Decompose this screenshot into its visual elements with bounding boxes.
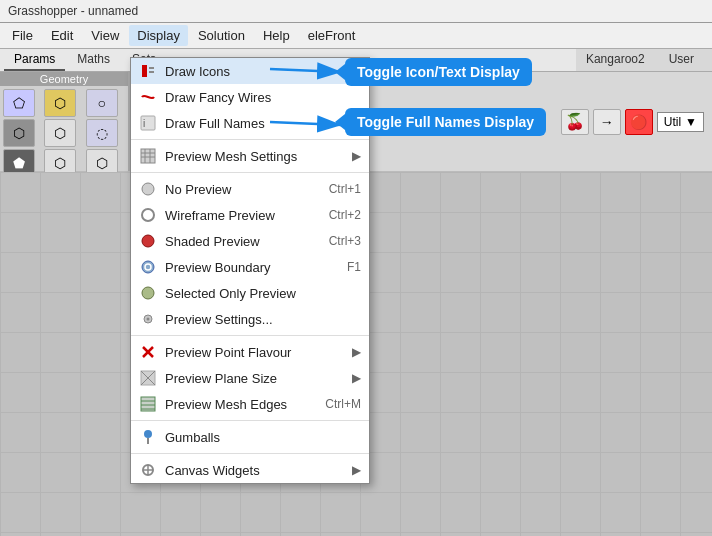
menu-display[interactable]: Display (129, 25, 188, 46)
util-chevron: ▼ (685, 115, 697, 129)
draw-fancy-wires-label: Draw Fancy Wires (165, 90, 361, 105)
preview-plane-size-arrow: ▶ (352, 371, 361, 385)
util-label: Util (664, 115, 681, 129)
svg-point-17 (147, 318, 150, 321)
menu-help[interactable]: Help (255, 25, 298, 46)
svg-text:i: i (143, 118, 145, 129)
preview-mesh-settings-icon (139, 147, 157, 165)
menu-draw-icons[interactable]: Draw Icons (131, 58, 369, 84)
canvas-widgets-icon (139, 461, 157, 479)
svg-point-15 (142, 287, 154, 299)
menu-preview-boundary[interactable]: Preview Boundary F1 (131, 254, 369, 280)
tab-kangaroo2[interactable]: Kangaroo2 (576, 49, 655, 71)
svg-point-27 (144, 430, 152, 438)
svg-rect-1 (149, 67, 154, 69)
toolbar-cherry-icon[interactable]: 🍒 (561, 109, 589, 135)
preview-point-flavour-icon (139, 343, 157, 361)
callout-names: Toggle Full Names Display (345, 108, 546, 136)
preview-mesh-settings-label: Preview Mesh Settings (165, 149, 344, 164)
draw-icons-icon (139, 62, 157, 80)
gh-icon-1[interactable]: ⬠ (3, 89, 35, 117)
menu-wireframe-preview[interactable]: Wireframe Preview Ctrl+2 (131, 202, 369, 228)
menu-elefront[interactable]: eleFront (300, 25, 364, 46)
geometry-label: Geometry (0, 72, 128, 86)
no-preview-icon (139, 180, 157, 198)
divider-4 (131, 420, 369, 421)
no-preview-shortcut: Ctrl+1 (329, 182, 361, 196)
svg-rect-2 (149, 71, 154, 73)
title-bar: Grasshopper - unnamed (0, 0, 712, 23)
menu-file[interactable]: File (4, 25, 41, 46)
tab-maths[interactable]: Maths (67, 49, 120, 71)
svg-point-10 (142, 183, 154, 195)
shaded-preview-label: Shaded Preview (165, 234, 321, 249)
svg-point-11 (142, 209, 154, 221)
preview-boundary-label: Preview Boundary (165, 260, 339, 275)
selected-only-preview-label: Selected Only Preview (165, 286, 361, 301)
menu-selected-only-preview[interactable]: Selected Only Preview (131, 280, 369, 306)
menu-preview-mesh-edges[interactable]: Preview Mesh Edges Ctrl+M (131, 391, 369, 417)
wireframe-preview-icon (139, 206, 157, 224)
divider-3 (131, 335, 369, 336)
callout-icons-text: Toggle Icon/Text Display (357, 64, 520, 80)
callout-icons: Toggle Icon/Text Display (345, 58, 532, 86)
menu-draw-fancy-wires[interactable]: Draw Fancy Wires (131, 84, 369, 110)
menu-preview-point-flavour[interactable]: Preview Point Flavour ▶ (131, 339, 369, 365)
wireframe-shortcut: Ctrl+2 (329, 208, 361, 222)
gh-icon-2[interactable]: ⬡ (44, 89, 76, 117)
menu-preview-mesh-settings[interactable]: Preview Mesh Settings ▶ (131, 143, 369, 169)
icon-grid: ⬠ ⬡ ○ ⬡ ⬡ ◌ ⬟ ⬡ ⬡ (0, 86, 128, 180)
gh-icon-5[interactable]: ⬡ (44, 119, 76, 147)
left-panel: Geometry ⬠ ⬡ ○ ⬡ ⬡ ◌ ⬟ ⬡ ⬡ (0, 72, 130, 171)
preview-plane-size-icon (139, 369, 157, 387)
menu-preview-settings[interactable]: Preview Settings... (131, 306, 369, 332)
svg-rect-5 (141, 149, 155, 163)
preview-settings-icon (139, 310, 157, 328)
menu-view[interactable]: View (83, 25, 127, 46)
menu-preview-plane-size[interactable]: Preview Plane Size ▶ (131, 365, 369, 391)
dropdown-menu: Draw Icons Draw Fancy Wires i Draw Full … (130, 57, 370, 484)
menu-draw-full-names[interactable]: i Draw Full Names (131, 110, 369, 136)
gh-icon-6[interactable]: ◌ (86, 119, 118, 147)
preview-mesh-settings-arrow: ▶ (352, 149, 361, 163)
preview-mesh-edges-shortcut: Ctrl+M (325, 397, 361, 411)
svg-point-12 (142, 235, 154, 247)
preview-point-flavour-arrow: ▶ (352, 345, 361, 359)
gh-icon-4[interactable]: ⬡ (3, 119, 35, 147)
canvas-widgets-label: Canvas Widgets (165, 463, 344, 478)
preview-mesh-edges-icon (139, 395, 157, 413)
divider-1 (131, 139, 369, 140)
divider-5 (131, 453, 369, 454)
menu-no-preview[interactable]: No Preview Ctrl+1 (131, 176, 369, 202)
menu-canvas-widgets[interactable]: Canvas Widgets ▶ (131, 457, 369, 483)
toolbar-red-icon[interactable]: 🔴 (625, 109, 653, 135)
tab-user[interactable]: User (659, 49, 704, 71)
menu-shaded-preview[interactable]: Shaded Preview Ctrl+3 (131, 228, 369, 254)
preview-boundary-icon (139, 258, 157, 276)
draw-full-names-icon: i (139, 114, 157, 132)
tab-params[interactable]: Params (4, 49, 65, 71)
menu-solution[interactable]: Solution (190, 25, 253, 46)
gumballs-label: Gumballs (165, 430, 361, 445)
menu-edit[interactable]: Edit (43, 25, 81, 46)
preview-point-flavour-label: Preview Point Flavour (165, 345, 344, 360)
title-text: Grasshopper - unnamed (8, 4, 138, 18)
svg-rect-0 (142, 65, 147, 77)
preview-boundary-shortcut: F1 (347, 260, 361, 274)
gumballs-icon (139, 428, 157, 446)
gh-icon-3[interactable]: ○ (86, 89, 118, 117)
shaded-shortcut: Ctrl+3 (329, 234, 361, 248)
shaded-preview-icon (139, 232, 157, 250)
menu-bar: File Edit View Display Solution Help ele… (0, 23, 712, 49)
toolbar-arrow-icon[interactable]: → (593, 109, 621, 135)
app-wrapper: Grasshopper - unnamed File Edit View Dis… (0, 0, 712, 536)
preview-mesh-edges-label: Preview Mesh Edges (165, 397, 317, 412)
svg-rect-28 (147, 438, 149, 444)
callout-names-text: Toggle Full Names Display (357, 114, 534, 130)
draw-full-names-label: Draw Full Names (165, 116, 361, 131)
draw-fancy-wires-icon (139, 88, 157, 106)
svg-point-13 (142, 261, 154, 273)
menu-gumballs[interactable]: Gumballs (131, 424, 369, 450)
util-dropdown[interactable]: Util ▼ (657, 112, 704, 132)
preview-settings-label: Preview Settings... (165, 312, 361, 327)
